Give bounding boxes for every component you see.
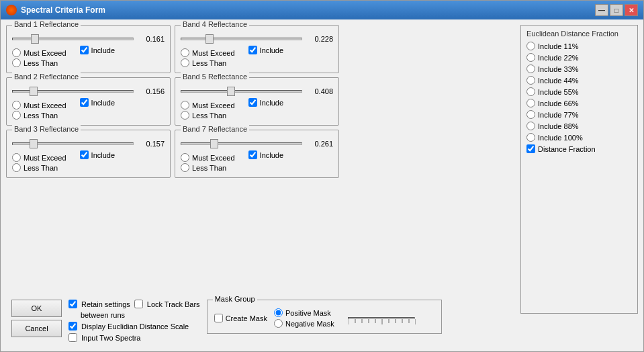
euclidean-item-4: Include 55% (526, 87, 632, 96)
band3-track[interactable] (12, 142, 134, 145)
input-two-spectra-row: Input Two Spectra (68, 333, 200, 342)
euclidean-radio-8[interactable] (526, 133, 535, 142)
euclidean-label-2: Include 33% (538, 65, 579, 73)
band1-less-than-label: Less Than (24, 59, 58, 67)
create-mask-label: Create Mask (226, 314, 267, 322)
band5-track[interactable] (181, 90, 302, 93)
band2-must-exceed-label: Must Exceed (24, 101, 66, 109)
minimize-button[interactable]: — (595, 4, 608, 16)
band2-must-exceed-radio[interactable] (12, 101, 21, 109)
band5-thumb[interactable] (227, 87, 235, 96)
band3-less-than-radio[interactable] (12, 163, 21, 172)
positive-mask-radio[interactable] (274, 308, 283, 317)
input-two-spectra-checkbox[interactable] (68, 333, 77, 342)
band7-track[interactable] (181, 142, 302, 145)
band4-must-exceed-radio[interactable] (181, 48, 189, 57)
band3-thumb[interactable] (30, 139, 38, 148)
band2-include-checkbox[interactable] (80, 98, 89, 107)
band7-less-than-radio[interactable] (181, 163, 189, 172)
band3-include-checkbox[interactable] (80, 150, 89, 159)
bottom-section: OK Cancel Retain settings Lock Track Bar… (6, 296, 515, 346)
band3-group: Band 3 Reflectance 0.157 Must E (6, 130, 171, 178)
euclidean-item-3: Include 44% (526, 76, 632, 85)
band5-radio-group: Must Exceed Less Than (181, 101, 235, 120)
euclidean-distance-fraction-checkbox[interactable] (526, 144, 535, 153)
band5-include-checkbox[interactable] (248, 98, 257, 107)
euclidean-title: Euclidean Distance Fraction (526, 30, 632, 38)
positive-mask-row: Positive Mask (274, 308, 334, 317)
band2-thumb[interactable] (30, 87, 38, 96)
band4-less-than-radio[interactable] (181, 58, 189, 67)
band5-slider-row: 0.408 (181, 87, 333, 95)
euclidean-label-0: Include 11% (538, 42, 579, 50)
mask-slider (348, 317, 415, 319)
lock-track-checkbox[interactable] (134, 300, 143, 308)
band3-radio-group: Must Exceed Less Than (12, 153, 66, 172)
mask-ticks (349, 319, 416, 328)
cancel-button[interactable]: Cancel (11, 320, 62, 337)
band4-thumb[interactable] (205, 34, 214, 44)
between-runs-label: between runs (81, 311, 125, 319)
euclidean-label-1: Include 22% (538, 54, 579, 62)
negative-mask-label: Negative Mask (285, 320, 334, 328)
band4-include-row: Include (248, 46, 283, 54)
band4-less-than-row: Less Than (181, 58, 235, 67)
band1-track[interactable] (12, 38, 134, 40)
band3-less-than-label: Less Than (24, 164, 58, 172)
main-window: Spectral Criteria Form — □ ✕ Band 1 Refl… (0, 0, 644, 352)
band3-include-row: Include (80, 150, 115, 159)
band7-label: Band 7 Reflectance (181, 125, 249, 133)
band7-include-checkbox[interactable] (248, 150, 257, 159)
band1-must-exceed-radio[interactable] (12, 48, 21, 57)
band5-less-than-label: Less Than (192, 112, 226, 120)
euclidean-item-6: Include 77% (526, 110, 632, 119)
band3-options: Must Exceed Less Than Include (12, 150, 165, 172)
band7-include-row: Include (248, 150, 283, 159)
between-runs-row: between runs (68, 311, 200, 319)
euclidean-radio-3[interactable] (526, 76, 535, 85)
band2-label: Band 2 Reflectance (12, 73, 81, 81)
euclidean-radio-7[interactable] (526, 122, 535, 130)
euclidean-radio-0[interactable] (526, 42, 535, 50)
band1-less-than-radio[interactable] (12, 58, 21, 67)
band2-track[interactable] (12, 90, 134, 93)
band5-must-exceed-radio[interactable] (181, 101, 189, 109)
band3-must-exceed-radio[interactable] (12, 153, 21, 162)
band3-less-than-row: Less Than (12, 163, 66, 172)
ok-button[interactable]: OK (11, 300, 62, 317)
band1-options: Must Exceed Less Than Include (12, 46, 165, 67)
mask-track[interactable] (348, 317, 415, 319)
band1-thumb[interactable] (31, 34, 39, 44)
display-euclidean-checkbox[interactable] (68, 322, 77, 331)
band4-include-checkbox[interactable] (248, 46, 257, 54)
band1-include-checkbox[interactable] (80, 46, 89, 54)
retain-settings-row: Retain settings Lock Track Bars (68, 300, 200, 308)
display-euclidean-label: Display Euclidian Distance Scale (81, 322, 189, 331)
band3-include-label: Include (91, 151, 115, 159)
euclidean-radio-5[interactable] (526, 99, 535, 107)
create-mask-checkbox[interactable] (214, 314, 223, 322)
action-buttons: OK Cancel (11, 300, 62, 337)
maximize-button[interactable]: □ (610, 4, 623, 16)
close-button[interactable]: ✕ (625, 4, 638, 16)
band4-track[interactable] (181, 38, 302, 40)
positive-mask-label: Positive Mask (285, 309, 331, 317)
band5-options: Must Exceed Less Than Include (181, 98, 333, 120)
window-title: Spectral Criteria Form (21, 5, 595, 15)
main-content: Band 1 Reflectance 0.161 Must E (1, 19, 643, 351)
band1-label: Band 1 Reflectance (12, 20, 81, 28)
band5-label: Band 5 Reflectance (181, 73, 249, 81)
band2-group: Band 2 Reflectance 0.156 Must E (6, 77, 171, 126)
band7-options: Must Exceed Less Than Include (181, 150, 333, 172)
euclidean-radio-2[interactable] (526, 64, 535, 73)
create-mask-row: Create Mask (214, 314, 267, 322)
band2-less-than-radio[interactable] (12, 111, 21, 120)
euclidean-radio-1[interactable] (526, 53, 535, 62)
euclidean-radio-4[interactable] (526, 87, 535, 96)
retain-settings-checkbox[interactable] (68, 300, 77, 308)
band7-thumb[interactable] (210, 139, 218, 148)
euclidean-radio-6[interactable] (526, 110, 535, 119)
negative-mask-radio[interactable] (274, 319, 283, 328)
band5-less-than-radio[interactable] (181, 111, 189, 120)
band7-must-exceed-radio[interactable] (181, 153, 189, 162)
